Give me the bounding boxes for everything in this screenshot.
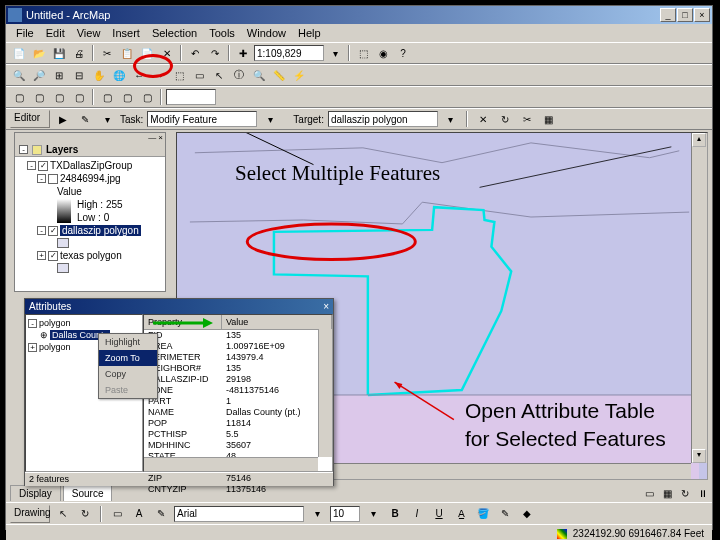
check3[interactable]: ✓	[48, 226, 58, 236]
menu-window[interactable]: Window	[241, 27, 292, 39]
et-d-icon[interactable]: ▢	[70, 88, 88, 106]
col-value[interactable]: Value	[222, 315, 332, 330]
ctx-highlight[interactable]: Highlight	[99, 334, 157, 350]
undo-icon[interactable]: ↶	[186, 44, 204, 62]
hyperlink-icon[interactable]: ⚡	[290, 66, 308, 84]
rotate-icon[interactable]: ↻	[76, 505, 94, 523]
menu-help[interactable]: Help	[292, 27, 327, 39]
print-icon[interactable]: 🖨	[70, 44, 88, 62]
italic-icon[interactable]: I	[408, 505, 426, 523]
whats-this-icon[interactable]: ?	[394, 44, 412, 62]
text-icon[interactable]: A	[130, 505, 148, 523]
layer-raster[interactable]: 24846994.jpg	[60, 173, 121, 184]
grid-row[interactable]: NEIGHBOR#135	[144, 363, 332, 374]
grid-row[interactable]: POP11814	[144, 418, 332, 429]
size-dd-icon[interactable]: ▾	[364, 505, 382, 523]
grid-hscroll[interactable]	[144, 457, 318, 471]
grid-row[interactable]: MDHHINC35607	[144, 440, 332, 451]
maximize-button[interactable]: □	[677, 8, 693, 22]
et-g-icon[interactable]: ▢	[138, 88, 156, 106]
grid-row[interactable]: PERIMETER143979.4	[144, 352, 332, 363]
tab-display[interactable]: Display	[10, 485, 61, 501]
grid-row[interactable]: NAMEDallas County (pt.)	[144, 407, 332, 418]
toc-pin-icon[interactable]: —	[148, 133, 156, 143]
close-button[interactable]: ×	[694, 8, 710, 22]
new-icon[interactable]: 📄	[10, 44, 28, 62]
menu-tools[interactable]: Tools	[203, 27, 241, 39]
exp3-icon[interactable]: -	[37, 226, 46, 235]
grid-row[interactable]: PCTHISP5.5	[144, 429, 332, 440]
tree-exp1-icon[interactable]: -	[28, 319, 37, 328]
next-extent-icon[interactable]: →	[150, 66, 168, 84]
grid-row[interactable]: ZIP75146	[144, 473, 332, 484]
minimize-button[interactable]: _	[660, 8, 676, 22]
ed-tool-split-icon[interactable]: ✂	[518, 110, 536, 128]
layer-texas[interactable]: texas polygon	[60, 250, 122, 261]
et-box[interactable]	[166, 89, 216, 105]
ctx-copy[interactable]: Copy	[99, 366, 157, 382]
ed-tool-rot-icon[interactable]: ↻	[496, 110, 514, 128]
tab-source[interactable]: Source	[63, 485, 113, 501]
delete-icon[interactable]: ✕	[158, 44, 176, 62]
exp2-icon[interactable]: -	[37, 174, 46, 183]
rectangle-icon[interactable]: ▭	[108, 505, 126, 523]
zoom-out-icon[interactable]: 🔎	[30, 66, 48, 84]
edit-vertices-icon[interactable]: ✎	[152, 505, 170, 523]
tool-b-icon[interactable]: ◉	[374, 44, 392, 62]
grid-row[interactable]: FID135	[144, 330, 332, 341]
tool-a-icon[interactable]: ⬚	[354, 44, 372, 62]
et-e-icon[interactable]: ▢	[98, 88, 116, 106]
menu-selection[interactable]: Selection	[146, 27, 203, 39]
menu-file[interactable]: File	[10, 27, 40, 39]
check4[interactable]: ✓	[48, 251, 58, 261]
refresh-icon[interactable]: ↻	[676, 484, 694, 502]
et-a-icon[interactable]: ▢	[10, 88, 28, 106]
save-icon[interactable]: 💾	[50, 44, 68, 62]
scroll-down-icon[interactable]: ▾	[692, 449, 706, 463]
pan-icon[interactable]: ✋	[90, 66, 108, 84]
attr-tree[interactable]: -polygon ⊕Dallas County +polygon Highlig…	[25, 314, 143, 472]
edit-tool-icon[interactable]: ▶	[54, 110, 72, 128]
font-input[interactable]	[174, 506, 304, 522]
fixed-zoom-in-icon[interactable]: ⊞	[50, 66, 68, 84]
select-elements-icon[interactable]: ↖	[210, 66, 228, 84]
grid-row[interactable]: PART1	[144, 396, 332, 407]
cut-icon[interactable]: ✂	[98, 44, 116, 62]
task-input[interactable]	[147, 111, 257, 127]
et-c-icon[interactable]: ▢	[50, 88, 68, 106]
attr-close-icon[interactable]: ×	[323, 301, 329, 312]
full-extent-icon[interactable]: 🌐	[110, 66, 128, 84]
find-icon[interactable]: 🔍	[250, 66, 268, 84]
select-features-icon[interactable]: ⬚	[170, 66, 188, 84]
underline-icon[interactable]: U	[430, 505, 448, 523]
tree-root1[interactable]: polygon	[39, 318, 71, 328]
font-size-input[interactable]	[330, 506, 360, 522]
et-b-icon[interactable]: ▢	[30, 88, 48, 106]
sketch-tool-icon[interactable]: ✎	[76, 110, 94, 128]
vertical-scrollbar[interactable]: ▴ ▾	[691, 133, 707, 463]
redo-icon[interactable]: ↷	[206, 44, 224, 62]
target-dd-icon[interactable]: ▾	[442, 110, 460, 128]
view-data-icon[interactable]: ▭	[640, 484, 658, 502]
tree-root2[interactable]: polygon	[39, 342, 71, 352]
toc-close-icon[interactable]: ×	[158, 133, 163, 143]
view-layout-icon[interactable]: ▦	[658, 484, 676, 502]
et-f-icon[interactable]: ▢	[118, 88, 136, 106]
menu-view[interactable]: View	[71, 27, 107, 39]
fixed-zoom-out-icon[interactable]: ⊟	[70, 66, 88, 84]
sketch-dd-icon[interactable]: ▾	[98, 110, 116, 128]
grid-row[interactable]: DALLASZIP-ID29198	[144, 374, 332, 385]
bold-icon[interactable]: B	[386, 505, 404, 523]
toc-expand-icon[interactable]: -	[19, 145, 28, 154]
font-dd-icon[interactable]: ▾	[308, 505, 326, 523]
layer-dallaszip[interactable]: dallaszip polygon	[60, 225, 141, 236]
zoom-in-icon[interactable]: 🔍	[10, 66, 28, 84]
dropdown-icon[interactable]: ▾	[326, 44, 344, 62]
clear-selection-icon[interactable]: ▭	[190, 66, 208, 84]
exp1-icon[interactable]: -	[27, 161, 36, 170]
marker-color-icon[interactable]: ◆	[518, 505, 536, 523]
add-data-icon[interactable]: ✚	[234, 44, 252, 62]
open-icon[interactable]: 📂	[30, 44, 48, 62]
layer-group[interactable]: TXDallasZipGroup	[50, 160, 132, 171]
font-color-icon[interactable]: A̲	[452, 505, 470, 523]
